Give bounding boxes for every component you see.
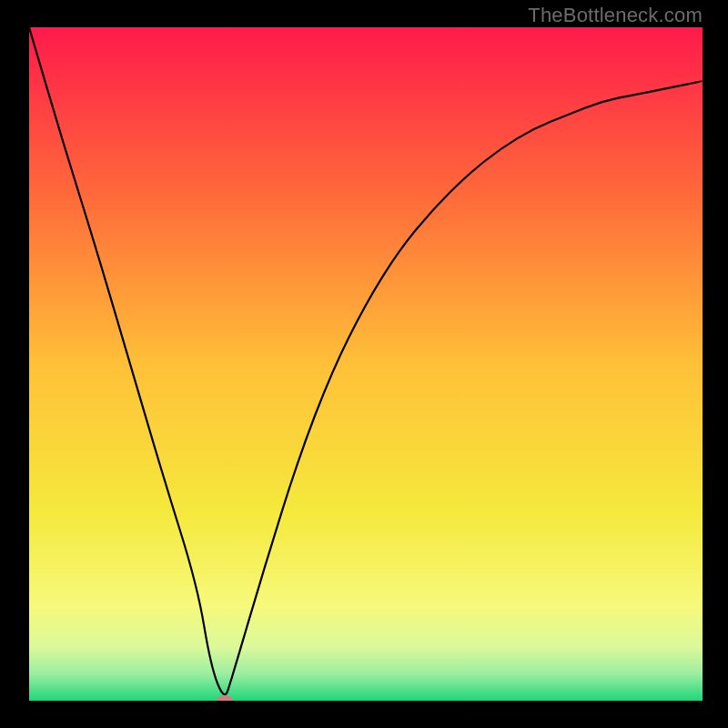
minimum-marker [217, 695, 233, 701]
bottleneck-curve [29, 27, 703, 701]
plot-area [29, 27, 703, 701]
chart-frame: TheBottleneck.com [0, 0, 728, 728]
watermark-label: TheBottleneck.com [528, 4, 703, 27]
